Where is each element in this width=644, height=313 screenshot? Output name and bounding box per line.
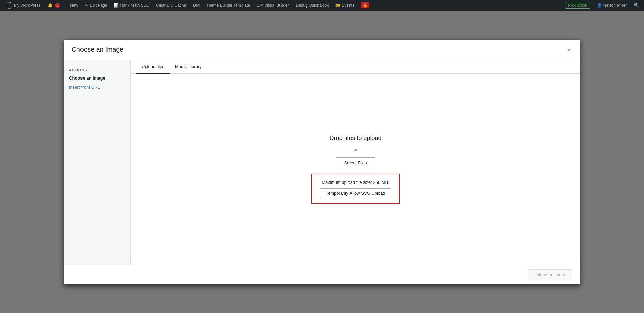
user-name[interactable]: 👤 Nelson Miller xyxy=(594,0,629,11)
wp-logo-item[interactable]: My WordPress xyxy=(3,0,44,11)
edit-page-item[interactable]: ✏ Edit Page xyxy=(82,0,110,11)
new-label: + New xyxy=(67,3,78,8)
drop-zone-or: or xyxy=(354,147,358,152)
tab-upload-files[interactable]: Upload files xyxy=(136,60,170,74)
divi-label: Divi xyxy=(193,3,200,8)
modal-sidebar: Actions Choose an Image Insert from URL xyxy=(64,60,131,265)
theme-builder-item[interactable]: Theme Builder Template xyxy=(204,0,253,11)
upload-content-area: Drop files to upload or Select Files Max… xyxy=(131,74,580,265)
debug-label: Debug Quick Look xyxy=(296,3,329,8)
modal-footer: Upload an image xyxy=(64,265,580,284)
rank-math-item[interactable]: 📊 Rank Math SEO xyxy=(111,0,152,11)
upload-info-box: Maximum upload file size: 256 MB. Tempor… xyxy=(311,174,399,204)
exit-visual-label: Exit Visual Builder xyxy=(257,3,289,8)
admin-bar: My WordPress 🔔 0 + New ✏ Edit Page 📊 Ran… xyxy=(0,0,644,11)
wp-site-label: My WordPress xyxy=(14,3,40,8)
modal-main: Upload files Media Library Drop files to… xyxy=(131,60,580,265)
user-avatar-icon: 👤 xyxy=(597,3,602,8)
bell-icon: 🔔 xyxy=(48,3,53,8)
modal-header: Choose an Image × xyxy=(64,40,580,60)
modal-tabs: Upload files Media Library xyxy=(131,60,580,74)
events-item[interactable]: 🎫 Events xyxy=(333,0,357,11)
modal-overlay: Choose an Image × Actions Choose an Imag… xyxy=(0,11,644,313)
tab-media-library[interactable]: Media Library xyxy=(170,60,207,74)
svg-upload-button[interactable]: Temporarily Allow SVG Upload xyxy=(320,188,391,198)
clear-divi-label: Clear Divi Cache xyxy=(156,3,186,8)
sidebar-section-title: Actions xyxy=(64,65,130,73)
divi-item[interactable]: Divi xyxy=(190,0,202,11)
production-badge[interactable]: Production xyxy=(562,0,593,11)
new-item[interactable]: + New xyxy=(64,0,81,11)
upload-image-button[interactable]: Upload an image xyxy=(528,269,572,280)
max-upload-text: Maximum upload file size: 256 MB. xyxy=(322,180,389,185)
theme-builder-label: Theme Builder Template xyxy=(206,3,250,8)
modal-body: Actions Choose an Image Insert from URL … xyxy=(64,60,580,265)
modal-title: Choose an Image xyxy=(72,46,123,53)
notification-count: 0 xyxy=(55,3,60,8)
rank-math-label: Rank Math SEO xyxy=(120,3,149,8)
debug-item[interactable]: Debug Quick Look xyxy=(293,0,332,11)
search-button[interactable]: 🔍 xyxy=(631,0,641,11)
clear-divi-item[interactable]: Clear Divi Cache xyxy=(153,0,189,11)
sidebar-item-choose-image[interactable]: Choose an Image xyxy=(64,73,130,83)
production-label: Production xyxy=(565,2,590,9)
lock-icon: 🔒 xyxy=(361,2,369,8)
modal-close-button[interactable]: × xyxy=(566,45,572,54)
ticket-icon: 🎫 xyxy=(335,3,340,8)
notification-item[interactable]: 🔔 0 xyxy=(45,0,63,11)
edit-page-label: Edit Page xyxy=(90,3,107,8)
search-icon: 🔍 xyxy=(633,3,639,8)
modal-dialog: Choose an Image × Actions Choose an Imag… xyxy=(64,40,580,284)
user-name-text: Nelson Miller xyxy=(603,3,627,8)
rank-math-icon: 📊 xyxy=(114,3,119,8)
events-label: Events xyxy=(342,3,354,8)
select-files-button[interactable]: Select Files xyxy=(336,157,375,168)
wp-logo-icon xyxy=(6,2,13,9)
drop-zone-text: Drop files to upload xyxy=(329,135,381,142)
lock-icon-item[interactable]: 🔒 xyxy=(358,0,372,11)
sidebar-item-insert-url[interactable]: Insert from URL xyxy=(64,83,130,92)
pencil-icon: ✏ xyxy=(85,3,88,8)
exit-visual-item[interactable]: Exit Visual Builder xyxy=(254,0,292,11)
